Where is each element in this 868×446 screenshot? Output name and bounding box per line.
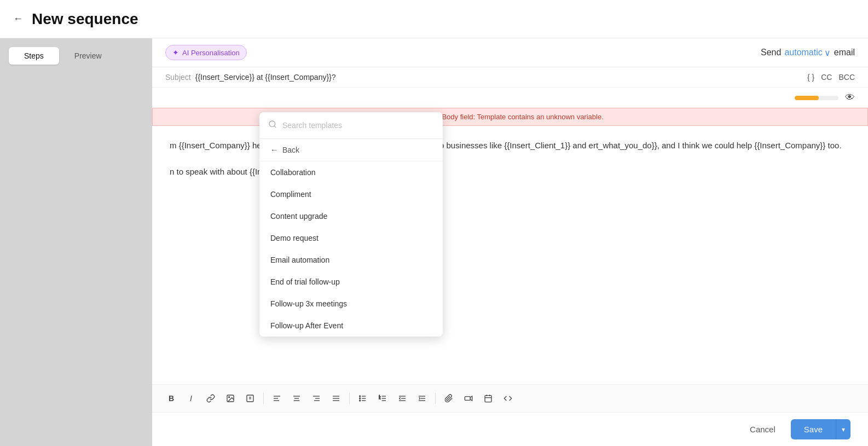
indent-decrease-button[interactable] (394, 390, 410, 407)
template-item[interactable]: End of trial follow-up (259, 271, 443, 293)
editor-topbar: ✦ AI Personalisation Send automatic ∨ em… (152, 38, 868, 67)
template-dropdown: ← Back CollaborationComplimentContent up… (259, 112, 443, 337)
svg-line-41 (274, 126, 276, 128)
template-item[interactable]: Follow-up 3x meetings (259, 293, 443, 315)
star-icon: ✦ (172, 48, 179, 57)
page-title: New sequence (32, 10, 138, 28)
template-item[interactable]: Email automation (259, 249, 443, 271)
subject-label: Subject (165, 73, 191, 82)
file-button[interactable] (242, 390, 258, 407)
progress-bar-fill (795, 96, 819, 100)
braces-button[interactable]: { } (807, 73, 814, 82)
toolbar-sep-2 (349, 393, 350, 404)
editor-panel: ✦ AI Personalisation Send automatic ∨ em… (152, 38, 868, 446)
back-label: Back (282, 146, 299, 154)
search-icon (268, 120, 277, 131)
template-back-button[interactable]: ← Back (259, 139, 443, 161)
tab-preview[interactable]: Preview (59, 47, 117, 65)
save-button-group: Save ▾ (791, 419, 850, 439)
svg-point-21 (360, 398, 361, 399)
main-layout: Steps Preview ✦ AI Personalisation Send … (0, 38, 868, 446)
svg-point-40 (269, 121, 275, 127)
attachment-button[interactable] (441, 390, 457, 407)
back-button[interactable]: ← (13, 13, 23, 25)
toolbar-sep-1 (263, 393, 264, 404)
progress-row: 👁 (152, 88, 868, 108)
ai-personalisation-button[interactable]: ✦ AI Personalisation (165, 45, 247, 60)
template-item[interactable]: Compliment (259, 183, 443, 205)
bold-button[interactable]: B (163, 390, 180, 407)
top-header: ← New sequence (0, 0, 868, 38)
save-button[interactable]: Save (791, 419, 836, 439)
subject-value[interactable]: {{Insert_Service}} at {{Insert_Company}}… (195, 73, 807, 82)
cancel-button[interactable]: Cancel (741, 420, 784, 438)
svg-marker-35 (470, 396, 472, 401)
back-arrow-icon: ← (13, 13, 23, 25)
chevron-down-icon: ∨ (824, 48, 831, 58)
tab-row: Steps Preview (9, 47, 143, 65)
template-item[interactable]: Demo request (259, 227, 443, 249)
bcc-button[interactable]: BCC (838, 73, 855, 82)
align-center-button[interactable] (288, 390, 305, 407)
svg-point-22 (360, 400, 361, 401)
svg-rect-34 (465, 397, 470, 401)
send-email-label: email (834, 48, 855, 57)
template-search-input[interactable] (282, 121, 434, 130)
cc-button[interactable]: CC (821, 73, 832, 82)
template-item[interactable]: Follow-up After Event (259, 315, 443, 337)
template-list: CollaborationComplimentContent upgradeDe… (259, 161, 443, 337)
svg-text:2.: 2. (379, 397, 380, 399)
subject-bar: Subject {{Insert_Service}} at {{Insert_C… (152, 67, 868, 88)
subject-actions: { } CC BCC (807, 73, 855, 82)
italic-button[interactable]: I (183, 390, 199, 407)
send-area: Send automatic ∨ email (761, 48, 855, 58)
progress-bar (795, 96, 838, 100)
bottom-bar: Cancel Save ▾ (152, 412, 868, 446)
video-button[interactable] (460, 390, 477, 407)
calendar-button[interactable] (480, 390, 496, 407)
editor-toolbar: B I (152, 384, 868, 412)
template-item[interactable]: Collaboration (259, 161, 443, 183)
template-item[interactable]: Content upgrade (259, 205, 443, 227)
svg-point-20 (360, 396, 361, 397)
code-button[interactable] (500, 390, 516, 407)
send-automatic-dropdown[interactable]: automatic ∨ (784, 48, 830, 58)
align-left-button[interactable] (269, 390, 285, 407)
left-sidebar: Steps Preview (0, 38, 152, 446)
template-search-bar (259, 112, 443, 139)
link-button[interactable] (202, 390, 219, 407)
send-label: Send (761, 48, 781, 57)
error-message: Error in Body field: Template contains a… (416, 113, 604, 121)
unordered-list-button[interactable] (355, 390, 371, 407)
image-button[interactable] (222, 390, 239, 407)
justify-button[interactable] (328, 390, 344, 407)
svg-point-1 (229, 397, 230, 398)
svg-rect-36 (485, 396, 491, 402)
preview-eye-button[interactable]: 👁 (845, 92, 855, 103)
toolbar-sep-3 (435, 393, 436, 404)
save-dropdown-button[interactable]: ▾ (836, 419, 850, 439)
align-right-button[interactable] (308, 390, 325, 407)
ordered-list-button[interactable]: 1.2. (374, 390, 391, 407)
tab-steps[interactable]: Steps (9, 47, 59, 65)
back-arrow-icon: ← (270, 146, 278, 154)
indent-increase-button[interactable] (414, 390, 430, 407)
ai-pill-label: AI Personalisation (182, 49, 240, 57)
automatic-label: automatic (784, 48, 822, 57)
